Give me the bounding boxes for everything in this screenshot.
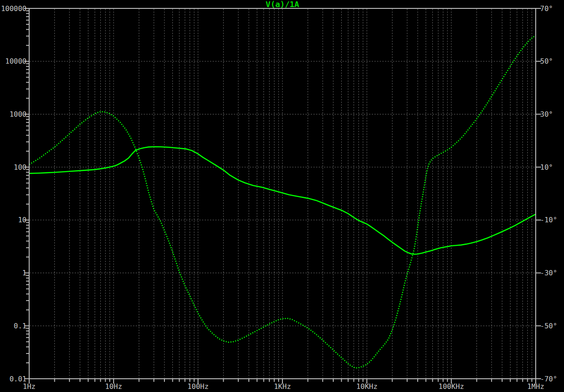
waveform-viewer-pane: 1000001000010001001010.10.01 70°50°30°10… <box>0 0 564 392</box>
right-axis-tick-label: -10° <box>540 216 557 224</box>
left-axis-tick-label: 1000 <box>9 110 27 118</box>
x-axis-tick-label: 1MHz <box>527 382 545 391</box>
x-axis-tick-label: 100KHz <box>438 382 464 391</box>
left-axis-tick-label: 100 <box>14 163 27 171</box>
left-axis-tick-label: 10 <box>18 216 27 224</box>
plot-title[interactable]: V(a)/1A <box>266 0 299 9</box>
x-axis-tick-label: 1KHz <box>274 382 291 391</box>
left-axis-tick-label: 0.01 <box>9 375 27 383</box>
x-axis-tick-label: 10KHz <box>356 382 377 391</box>
left-axis-tick-label: 0.1 <box>14 322 27 330</box>
right-axis-tick-label: -70° <box>540 375 557 383</box>
right-axis-tick-label: 30° <box>540 110 553 118</box>
plot-background <box>0 0 564 392</box>
x-axis-tick-label: 1Hz <box>23 382 36 391</box>
right-axis-tick-label: -50° <box>540 322 557 330</box>
x-axis-tick-label: 10Hz <box>105 382 122 391</box>
right-axis-tick-label: 70° <box>540 4 553 13</box>
right-axis-tick-label: 50° <box>540 57 553 65</box>
left-axis-tick-label: 100000 <box>1 4 27 13</box>
left-axis-tick-label: 1 <box>22 269 27 277</box>
right-axis-tick-label: -30° <box>540 269 557 277</box>
waveform-plot[interactable]: 1000001000010001001010.10.01 70°50°30°10… <box>0 0 564 392</box>
right-axis-tick-label: 10° <box>540 163 553 171</box>
left-axis-tick-label: 10000 <box>5 57 27 65</box>
x-axis-tick-label: 100Hz <box>187 382 209 391</box>
